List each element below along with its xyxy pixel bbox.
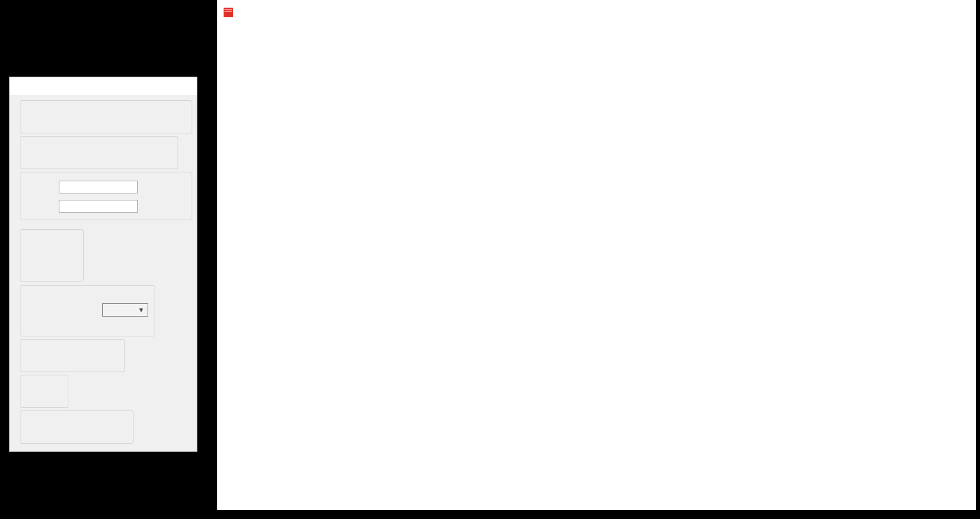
step-dropdown[interactable]: ▼	[102, 303, 148, 317]
grid-group	[20, 339, 125, 372]
floater-titlebar	[10, 77, 197, 95]
window-controls	[888, 0, 976, 25]
desktop: ▼	[0, 0, 980, 519]
main-window-titlebar	[217, 0, 976, 25]
main-window	[217, 0, 976, 510]
coordinates-group	[20, 172, 192, 220]
warp-mesh[interactable]	[217, 25, 976, 510]
warp-canvas[interactable]	[217, 25, 976, 510]
close-button[interactable]	[947, 0, 976, 25]
chevron-down-icon: ▼	[138, 306, 144, 313]
barco-app-icon	[224, 8, 233, 17]
floater-window: ▼	[9, 77, 197, 452]
move-group: ▼	[20, 285, 155, 336]
warp-area-group	[20, 100, 192, 133]
maximize-button[interactable]	[917, 0, 947, 25]
file-group	[20, 410, 134, 444]
x-input[interactable]	[59, 181, 138, 193]
undo-redo-group	[20, 375, 68, 408]
warp-mode-group	[20, 136, 178, 169]
navigation-group	[20, 229, 84, 282]
y-input[interactable]	[59, 200, 138, 213]
minimize-button[interactable]	[888, 0, 917, 25]
